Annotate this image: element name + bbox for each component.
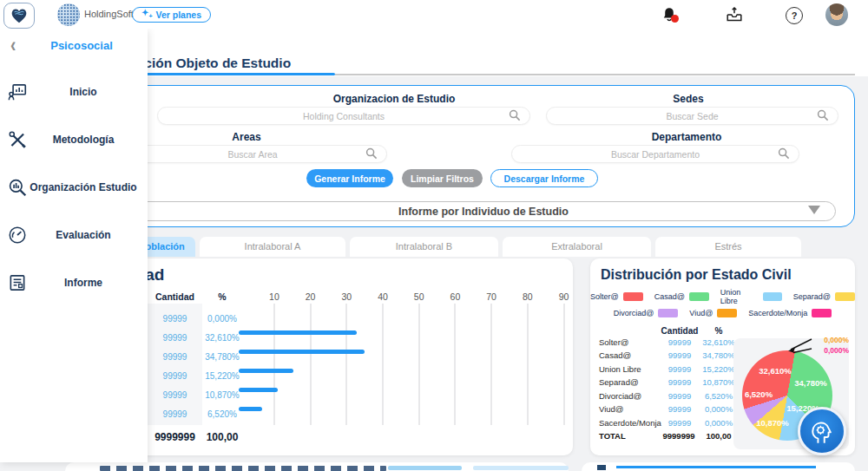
departamento-search-input[interactable] [511, 145, 799, 163]
pie-row-cantidad: 99999 [658, 363, 701, 376]
bar [239, 388, 278, 393]
x-tick-label: 80 [515, 291, 541, 302]
notifications-bell-icon[interactable] [660, 5, 681, 24]
next-chart-card-partial [582, 462, 855, 471]
ver-planes-button[interactable]: ✦+ Ver planes [132, 7, 211, 23]
chevron-down-icon[interactable] [808, 206, 820, 214]
age-total-percent: 100,00 [202, 428, 242, 446]
outbox-icon[interactable] [724, 5, 745, 24]
report-type-select[interactable]: Informe por Individuo de Estudio [131, 201, 836, 221]
pie-total-percent: 100,00 [700, 429, 738, 443]
legend-swatch [717, 309, 737, 317]
gauge-icon [7, 225, 28, 245]
tab-extralaboral[interactable]: Extralaboral [503, 237, 651, 257]
legend-item: Divorciad@ [614, 309, 679, 317]
legend-swatch [763, 292, 782, 301]
bar [239, 350, 365, 355]
tab-intralaboral-b[interactable]: Intralaboral B [350, 237, 498, 257]
download-report-button[interactable]: Descargar Informe [490, 169, 598, 187]
legend-swatch [658, 309, 678, 317]
pie-row-cantidad: 99999 [658, 416, 701, 430]
heart-brain-logo-button[interactable] [3, 3, 35, 29]
legend-swatch [835, 292, 855, 301]
org-search-input[interactable] [157, 107, 530, 125]
legend-item: Solter@ [590, 292, 643, 301]
ai-head-icon [808, 417, 836, 445]
bar [239, 369, 293, 374]
clear-filters-button[interactable]: Limpiar Filtros [402, 169, 483, 187]
pie-row-cantidad: 99999 [658, 376, 701, 389]
sidebar-item-inicio[interactable]: Inicio [0, 79, 148, 105]
percent-cell: 32,610% [202, 329, 242, 348]
pie-percent-header: % [701, 326, 736, 336]
pie-row-label: Union Libre [599, 363, 660, 376]
ver-planes-label: Ver planes [155, 10, 201, 20]
tab-estres[interactable]: Estrés [655, 237, 801, 257]
pie-row-percent: 10,870% [700, 376, 738, 389]
pie-legend-row-2: Divorciad@Viud@Sacerdote/Monja [590, 309, 855, 317]
gridline [490, 304, 492, 425]
notification-badge [671, 15, 679, 23]
pie-row-cantidad: 99999 [658, 336, 701, 350]
gridline [310, 304, 312, 425]
sidebar-section-title: Psicosocial [30, 39, 134, 52]
x-tick-label: 40 [370, 291, 396, 302]
legend-label: Divorciad@ [614, 309, 654, 317]
percent-cell: 0,000% [202, 310, 242, 329]
pie-row-label: Casad@ [599, 349, 660, 363]
legend-swatch [812, 309, 832, 317]
percent-cell: 15,220% [202, 367, 242, 386]
x-tick-label: 70 [478, 291, 504, 302]
percent-cell: 6,520% [202, 405, 242, 424]
report-icon [7, 272, 28, 293]
heart-brain-icon [10, 7, 29, 24]
pie-row-label: Solter@ [599, 336, 660, 350]
tools-icon [7, 129, 28, 150]
pie-row-cantidad: 99999 [658, 349, 701, 363]
sidebar-item-label: Informe [28, 277, 148, 289]
pie-total-label: TOTAL [599, 429, 660, 443]
pie-row-label: Separad@ [599, 376, 660, 389]
pie-row-percent: 6,520% [700, 389, 738, 403]
topbar: HoldingSoft® ✦+ Ver planes ? [0, 0, 868, 29]
x-tick-label: 20 [298, 291, 324, 302]
legend-label: Casad@ [654, 292, 685, 301]
legend-label: Sacerdote/Monja [748, 309, 807, 317]
pie-row-percent: 0,000% [700, 402, 738, 416]
user-avatar[interactable] [825, 3, 848, 26]
app-screen: HoldingSoft® ✦+ Ver planes ? Organizació… [0, 0, 868, 471]
gridline [563, 304, 565, 425]
departamento-label: Departamento [556, 131, 817, 143]
x-tick-label: 10 [261, 291, 287, 302]
title-divider [335, 74, 855, 75]
sidebar-item-informe[interactable]: Informe [0, 270, 148, 296]
sidebar-item-label: Evaluación [28, 229, 148, 241]
percent-cell: 10,870% [202, 386, 242, 405]
cantidad-cell: 99999 [148, 348, 202, 367]
clipped-title-text [100, 466, 386, 471]
area-search-input[interactable] [118, 145, 387, 163]
sidebar-item-label: Inicio [28, 86, 148, 98]
generate-report-button[interactable]: Generar Informe [306, 169, 393, 187]
ai-assistant-fab[interactable] [798, 407, 846, 455]
legend-swatch [623, 292, 643, 301]
pie-row-percent: 32,610% [700, 336, 738, 350]
gridline [454, 304, 456, 425]
next-chart-card-partial [65, 462, 569, 471]
sidebar-item-metodologia[interactable]: Metodología [0, 127, 148, 153]
pie-callout-sacerdote: 0,000% [807, 346, 849, 355]
help-icon[interactable]: ? [786, 7, 803, 24]
legend-item: Union Libre [720, 288, 782, 305]
gridline [345, 304, 347, 425]
sede-search-input[interactable] [546, 107, 838, 125]
pie-total-cantidad: 9999999 [654, 429, 703, 443]
cantidad-column-header: Cantidad [148, 291, 202, 302]
pie-row-label: Sacerdote/Monja [599, 416, 660, 430]
tab-intralaboral-a[interactable]: Intralaboral A [200, 237, 345, 257]
legend-swatch [689, 292, 709, 301]
collapse-sidebar-chevron-icon[interactable]: ‹ [10, 33, 16, 58]
sidebar-item-evaluacion[interactable]: Evaluación [0, 222, 148, 248]
pie-callout-viuda: 0,000% [807, 336, 849, 344]
sidebar-item-organizacion-estudio[interactable]: Organización Estudio [0, 174, 148, 200]
cantidad-cell: 99999 [148, 405, 202, 424]
